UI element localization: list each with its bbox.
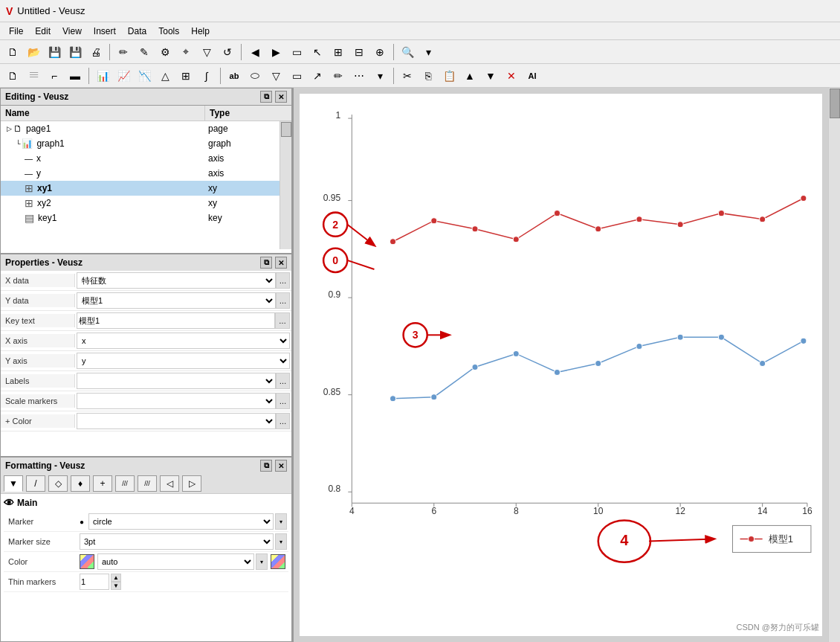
fmt-spin-down[interactable]: ▼ [111,582,121,590]
tb2-copy[interactable]: ⎘ [419,66,438,86]
tb2-paste[interactable]: 📋 [439,66,459,86]
fmt-spin-up[interactable]: ▲ [111,574,121,582]
tb2-pen[interactable]: ✏ [329,66,348,86]
grid-btn[interactable]: ⊞ [329,42,348,62]
save-as-button[interactable]: 💾 [65,42,85,62]
editing-restore-icon[interactable]: ⧉ [260,91,272,103]
tb2-ab[interactable]: ab [224,66,244,86]
chart-bar2[interactable]: 📈 [114,66,133,86]
open-button[interactable]: 📂 [24,42,43,62]
fmt-select-marker[interactable]: circle [88,513,274,530]
new-button[interactable]: 🗋 [3,42,22,62]
fmt-input-thinmarkers[interactable] [80,574,109,590]
tb2-delete[interactable]: ✕ [502,66,521,86]
menu-edit[interactable]: Edit [29,25,56,38]
prop-extra-xdata[interactable]: … [276,272,290,289]
tb2-rect[interactable]: ▭ [287,66,306,86]
prop-extra-color[interactable]: … [276,413,290,429]
nav-left[interactable]: ◀ [245,42,265,62]
prop-extra-labels[interactable]: … [276,373,290,389]
tb2-btn3[interactable]: ⌐ [45,66,64,86]
fmt-tab-main[interactable]: ▼ [4,475,23,492]
tree-row-x[interactable]: — x axis [1,151,280,166]
tb2-up[interactable]: ▲ [460,66,479,86]
edit-btn3[interactable]: ⚙ [155,42,175,62]
menu-help[interactable]: Help [185,25,216,38]
fmt-tab-hatch2[interactable]: /// [138,475,157,492]
prop-extra-keytext[interactable]: … [275,312,290,329]
tb2-vec[interactable]: ↗ [308,66,327,86]
chart-tri[interactable]: △ [155,66,175,86]
edit-btn1[interactable]: ✏ [114,42,133,62]
menu-tools[interactable]: Tools [152,25,185,38]
chart-grid[interactable]: ⊞ [176,66,196,86]
menu-data[interactable]: Data [122,25,152,38]
tree-scrollbar[interactable] [280,121,291,249]
chart-line[interactable]: 📉 [135,66,154,86]
print-button[interactable]: 🖨 [86,42,106,62]
fmt-tab-plus[interactable]: + [93,475,112,492]
chart-bar[interactable]: 📊 [93,66,112,86]
prop-select-scale[interactable] [77,393,276,409]
prop-select-xaxis[interactable]: x [77,333,290,349]
nav-right[interactable]: ▶ [266,42,285,62]
prop-extra-scale[interactable]: … [276,393,290,409]
props-restore-icon[interactable]: ⧉ [260,257,272,269]
tb2-btn1[interactable]: 🗋 [3,66,22,86]
tb2-tri2[interactable]: ▽ [266,66,285,86]
tb2-drop[interactable]: ▾ [370,66,390,86]
zoom-drop[interactable]: ▾ [419,42,438,62]
save-button[interactable]: 💾 [45,42,64,62]
fmt-restore-icon[interactable]: ⧉ [260,460,272,472]
fmt-tab-line[interactable]: / [26,475,45,492]
fmt-dropdown-color[interactable]: ▾ [256,553,268,570]
tree-row-page1[interactable]: ▷ 🗋 page1 page [1,121,280,136]
zoom-btn2[interactable]: ⊕ [370,42,390,62]
fmt-dropdown-marker[interactable]: ▾ [275,513,287,530]
fmt-color-preview[interactable] [80,554,94,569]
prop-extra-ydata[interactable]: … [276,292,290,309]
canvas-scrollbar-thumb[interactable] [830,89,840,118]
menu-view[interactable]: View [56,25,88,38]
fmt-select-markersize[interactable]: 3pt [80,533,274,550]
fmt-dropdown-markersize[interactable]: ▾ [275,533,287,550]
fmt-close-icon[interactable]: ✕ [275,460,287,472]
menu-file[interactable]: File [3,25,29,38]
nav-rect[interactable]: ▭ [287,42,306,62]
edit-btn4[interactable]: ⌖ [176,42,196,62]
tree-row-xy2[interactable]: ⊞ xy2 xy [1,196,280,211]
tb2-down[interactable]: ▼ [481,66,500,86]
prop-select-ydata[interactable]: 模型1 [77,292,276,309]
select-btn[interactable]: ↖ [308,42,327,62]
tb2-btn4[interactable]: ▬ [65,66,85,86]
menu-insert[interactable]: Insert [88,25,122,38]
prop-input-keytext[interactable] [77,312,275,329]
edit-btn2[interactable]: ✎ [135,42,154,62]
prop-select-labels[interactable] [77,373,276,389]
tb2-btn2[interactable]: 𝄘 [24,66,43,86]
fmt-tab-right[interactable]: ▷ [182,475,201,492]
tree-row-y[interactable]: — y axis [1,166,280,181]
tree-row-xy1[interactable]: ⊞ xy1 xy [1,181,280,196]
fmt-tab-fill[interactable]: ♦ [71,475,90,492]
fmt-tab-left[interactable]: ◁ [160,475,179,492]
fmt-tab-diamond[interactable]: ◇ [48,475,68,492]
fmt-tab-hatch1[interactable]: /// [115,475,135,492]
prop-select-xdata[interactable]: 特征数 [77,272,276,289]
tb2-more[interactable]: ⋯ [349,66,369,86]
fmt-select-color[interactable]: auto [97,553,254,570]
tb2-oval[interactable]: ⬭ [245,66,265,86]
tb2-ai[interactable]: AI [523,66,542,86]
fmt-color-swatch[interactable] [271,554,285,569]
editing-close-icon[interactable]: ✕ [275,91,287,103]
zoom-btn1[interactable]: ⊟ [349,42,369,62]
canvas-scrollbar-v[interactable] [828,88,840,642]
tb2-cut[interactable]: ✂ [398,66,417,86]
props-close-icon[interactable]: ✕ [275,257,287,269]
zoom-fit[interactable]: 🔍 [398,42,417,62]
prop-select-color[interactable] [77,413,276,429]
refresh-btn[interactable]: ↺ [218,42,237,62]
filter-btn[interactable]: ▽ [197,42,216,62]
chart-fn[interactable]: ∫ [197,66,216,86]
tree-row-graph1[interactable]: └ 📊 graph1 graph [1,136,280,151]
